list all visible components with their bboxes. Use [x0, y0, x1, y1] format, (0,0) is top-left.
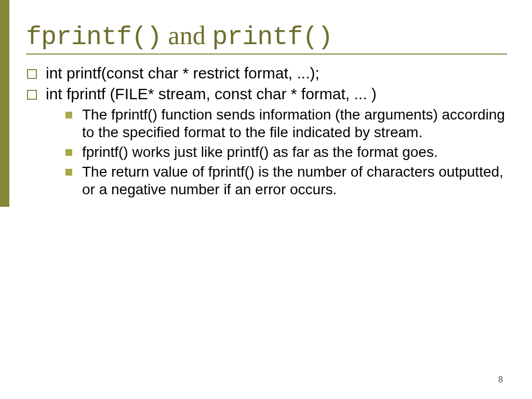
title-container: fprintf() and printf(): [26, 22, 507, 55]
bullet-text: The fprintf() function sends information…: [82, 107, 505, 140]
slide-title: fprintf() and printf(): [26, 22, 507, 51]
slide-body: int printf(const char * restrict format,…: [27, 64, 505, 199]
bullet-text: fprintf() works just like printf() as fa…: [82, 144, 438, 160]
title-code-1: fprintf(): [26, 22, 162, 52]
title-joiner: and: [162, 21, 212, 50]
slide: fprintf() and printf() int printf(const …: [0, 0, 532, 399]
accent-sidebar: [0, 0, 9, 207]
bullet-level2: The return value of fprintf() is the num…: [65, 163, 505, 198]
bullet-text: int fprintf (FILE* stream, const char * …: [46, 85, 377, 102]
title-code-2: printf(): [212, 22, 332, 52]
bullet-level2: The fprintf() function sends information…: [65, 106, 505, 141]
sub-bullet-list: The fprintf() function sends information…: [65, 106, 505, 199]
bullet-level1: int printf(const char * restrict format,…: [27, 64, 505, 83]
bullet-text: int printf(const char * restrict format,…: [46, 64, 320, 82]
bullet-level1: int fprintf (FILE* stream, const char * …: [27, 85, 505, 104]
page-number: 8: [498, 375, 503, 384]
bullet-level2: fprintf() works just like printf() as fa…: [65, 143, 505, 161]
bullet-text: The return value of fprintf() is the num…: [82, 164, 503, 197]
